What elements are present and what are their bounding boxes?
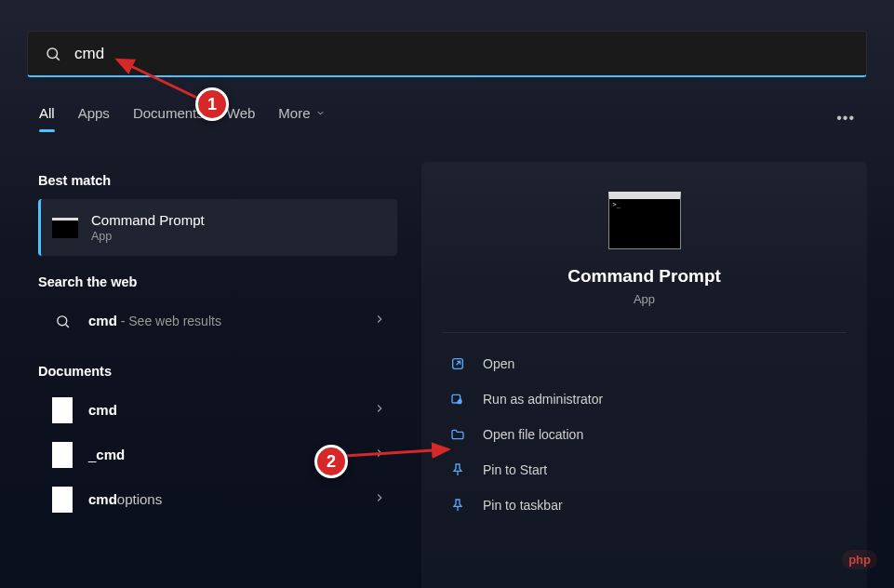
search-input[interactable]	[74, 45, 849, 63]
action-label: Run as administrator	[483, 392, 603, 407]
web-query-suffix: - See web results	[117, 314, 221, 328]
section-best-match: Best match	[38, 173, 397, 188]
tab-web[interactable]: Web	[227, 105, 256, 130]
divider	[442, 332, 847, 333]
web-query-bold: cmd	[88, 313, 117, 328]
tab-more[interactable]: More	[278, 105, 325, 130]
doc-name: cmd	[96, 447, 125, 462]
results-column: Best match Command Prompt App Search the…	[27, 162, 408, 588]
admin-icon	[449, 391, 466, 408]
pin-icon	[449, 497, 466, 514]
command-prompt-icon	[52, 218, 78, 238]
doc-suffix: options	[117, 491, 162, 507]
action-list: Open Run as administrator Open file loca…	[442, 346, 847, 523]
tab-apps[interactable]: Apps	[78, 105, 110, 130]
web-result[interactable]: cmd - See web results	[38, 301, 397, 341]
folder-icon	[449, 426, 466, 443]
preview-subtitle: App	[634, 292, 655, 306]
document-result[interactable]: cmdoptions	[38, 479, 397, 520]
tab-more-label: More	[278, 105, 310, 121]
chevron-right-icon	[373, 491, 386, 508]
file-icon	[49, 400, 75, 421]
result-subtitle: App	[91, 230, 386, 243]
action-label: Pin to Start	[483, 462, 547, 477]
command-prompt-icon	[608, 192, 681, 249]
document-result[interactable]: _cmd	[38, 434, 397, 475]
action-label: Open file location	[483, 427, 583, 442]
doc-name: cmd	[88, 491, 117, 507]
watermark: php	[842, 550, 877, 569]
svg-point-2	[57, 315, 66, 325]
more-options-button[interactable]: •••	[836, 110, 855, 127]
doc-name: cmd	[88, 402, 117, 418]
preview-panel: Command Prompt App Open Run as administr…	[421, 162, 867, 588]
action-open[interactable]: Open	[442, 346, 847, 381]
search-icon	[49, 311, 75, 331]
search-bar[interactable]	[27, 31, 867, 77]
tab-documents[interactable]: Documents	[133, 105, 204, 130]
svg-line-1	[56, 57, 59, 60]
action-open-file-location[interactable]: Open file location	[442, 417, 847, 452]
result-title: Command Prompt	[91, 212, 386, 228]
best-match-result[interactable]: Command Prompt App	[38, 199, 397, 256]
section-search-web: Search the web	[38, 274, 397, 289]
file-icon	[49, 489, 75, 510]
content-area: Best match Command Prompt App Search the…	[27, 162, 867, 588]
chevron-down-icon	[315, 108, 326, 118]
svg-line-3	[65, 324, 68, 327]
result-body: cmd	[88, 402, 360, 419]
preview-title: Command Prompt	[567, 266, 721, 287]
pin-icon	[449, 461, 466, 478]
result-body: cmd - See web results	[88, 313, 360, 329]
chevron-right-icon	[373, 447, 386, 463]
tab-all[interactable]: All	[39, 105, 55, 130]
action-label: Pin to taskbar	[483, 498, 563, 513]
file-icon	[49, 445, 75, 465]
chevron-right-icon	[373, 313, 386, 329]
svg-point-0	[47, 48, 58, 59]
action-run-as-administrator[interactable]: Run as administrator	[442, 381, 847, 417]
result-body: Command Prompt App	[91, 212, 386, 243]
result-body: cmdoptions	[88, 491, 360, 508]
action-pin-to-start[interactable]: Pin to Start	[442, 452, 847, 488]
result-body: _cmd	[88, 447, 360, 463]
chevron-right-icon	[373, 402, 386, 419]
open-icon	[449, 355, 466, 372]
action-label: Open	[483, 356, 514, 371]
action-pin-to-taskbar[interactable]: Pin to taskbar	[442, 488, 847, 523]
document-result[interactable]: cmd	[38, 390, 397, 431]
search-icon	[45, 46, 61, 62]
tabs-row: All Apps Documents Web More •••	[39, 105, 855, 130]
section-documents: Documents	[38, 364, 397, 379]
